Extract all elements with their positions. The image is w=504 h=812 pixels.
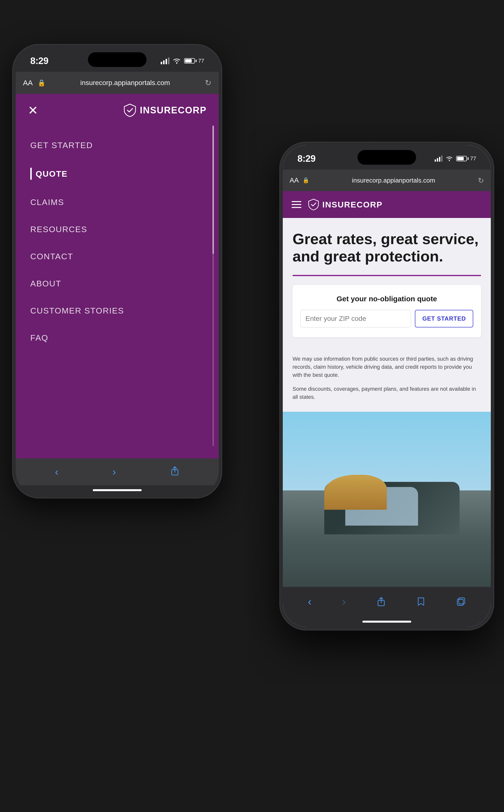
menu-item-get-started[interactable]: GET STARTED <box>30 132 204 159</box>
hero-divider <box>293 275 481 276</box>
disclaimer-text-2: Some discounts, coverages, payment plans… <box>293 385 481 401</box>
quote-input-row: GET STARTED <box>300 310 473 327</box>
phone-back: 8:29 <box>12 44 222 499</box>
svg-rect-6 <box>435 159 436 162</box>
menu-content: ✕ INSURECORP GET STARTED QUOTE <box>16 94 219 459</box>
hamburger-line-2 <box>292 204 301 205</box>
dynamic-island-front <box>357 150 416 165</box>
svg-rect-13 <box>459 598 465 604</box>
svg-rect-7 <box>437 158 438 161</box>
person-hair <box>324 475 387 510</box>
home-indicator-front <box>283 616 491 627</box>
signal-icon-front <box>435 155 442 162</box>
menu-items-list: GET STARTED QUOTE CLAIMS RESOURCES CONTA… <box>16 124 219 459</box>
svg-rect-2 <box>166 59 167 64</box>
svg-rect-8 <box>439 157 440 162</box>
browser-bar-front[interactable]: AA 🔒 insurecorp.appianportals.com ↻ <box>283 170 491 191</box>
lock-icon-back: 🔒 <box>38 79 45 87</box>
hero-section: Great rates, great service, and great pr… <box>283 218 491 347</box>
aa-label-back[interactable]: AA <box>23 79 33 87</box>
shield-icon-back <box>124 104 136 117</box>
aa-label-front[interactable]: AA <box>290 176 299 184</box>
zip-input[interactable] <box>300 310 411 327</box>
hamburger-line-3 <box>292 207 301 208</box>
car-image-section <box>283 412 491 587</box>
status-time-front: 8:29 <box>297 153 315 164</box>
site-brand-name: INSURECORP <box>322 200 383 209</box>
refresh-btn-back[interactable]: ↻ <box>205 78 211 87</box>
bottom-nav-back: ‹ › <box>16 459 219 485</box>
site-brand: INSURECORP <box>308 199 383 210</box>
status-time-back: 8:29 <box>30 56 48 66</box>
disclaimer-text-1: We may use information from public sourc… <box>293 355 481 379</box>
signal-icon-back <box>161 57 169 64</box>
forward-btn-front[interactable]: › <box>342 596 346 608</box>
menu-item-quote[interactable]: QUOTE <box>30 159 204 189</box>
menu-item-customer-stories[interactable]: CUSTOMER STORIES <box>30 297 204 324</box>
svg-point-4 <box>176 62 177 64</box>
get-started-button[interactable]: GET STARTED <box>415 310 473 327</box>
hamburger-menu-btn[interactable] <box>292 201 301 208</box>
hero-title: Great rates, great service, and great pr… <box>293 230 481 265</box>
scrollbar-thumb-back <box>212 126 214 254</box>
close-menu-btn[interactable]: ✕ <box>28 104 38 117</box>
bookmarks-icon-front[interactable] <box>416 597 426 606</box>
site-header: INSURECORP <box>283 191 491 218</box>
website-content: INSURECORP Great rates, great service, a… <box>283 191 491 587</box>
status-bar-back: 8:29 <box>16 47 219 72</box>
share-icon-front[interactable] <box>377 597 386 607</box>
wifi-icon-front <box>445 155 453 162</box>
tabs-icon-front[interactable] <box>456 597 466 606</box>
svg-point-10 <box>449 160 450 161</box>
battery-icon-back: 77 <box>184 58 204 64</box>
url-back[interactable]: insurecorp.appianportals.com <box>50 79 200 87</box>
svg-rect-12 <box>457 599 463 606</box>
bottom-nav-front: ‹ › <box>283 587 491 616</box>
scrollbar-track-back <box>212 126 214 446</box>
back-btn-front[interactable]: ‹ <box>308 596 312 608</box>
svg-rect-0 <box>161 62 162 64</box>
home-indicator-back <box>16 485 219 495</box>
hamburger-line-1 <box>292 201 301 202</box>
quote-label: Get your no-obligation quote <box>300 295 473 303</box>
home-pill-back <box>93 489 142 491</box>
browser-bar-back[interactable]: AA 🔒 insurecorp.appianportals.com ↻ <box>16 72 219 94</box>
phone-front: 8:29 77 <box>279 142 494 631</box>
battery-icon-front: 77 <box>456 155 476 162</box>
menu-item-claims[interactable]: CLAIMS <box>30 189 204 216</box>
menu-header: ✕ INSURECORP <box>16 94 219 124</box>
quote-box: Get your no-obligation quote GET STARTED <box>293 285 481 337</box>
menu-item-faq[interactable]: FAQ <box>30 324 204 351</box>
svg-rect-9 <box>441 156 442 162</box>
share-btn-back[interactable] <box>170 466 179 478</box>
shield-icon-front <box>308 199 319 210</box>
back-btn-back[interactable]: ‹ <box>55 467 58 478</box>
svg-rect-3 <box>168 57 169 64</box>
url-front[interactable]: insurecorp.appianportals.com <box>313 177 474 184</box>
share-icon-back <box>170 466 179 476</box>
brand-name-back: INSURECORP <box>140 105 207 116</box>
status-icons-back: 77 <box>161 57 204 64</box>
svg-rect-1 <box>163 60 165 64</box>
brand-logo-back: INSURECORP <box>124 104 207 117</box>
home-pill-front <box>362 621 411 623</box>
menu-item-about[interactable]: ABOUT <box>30 270 204 297</box>
menu-item-resources[interactable]: RESOURCES <box>30 216 204 243</box>
status-bar-front: 8:29 77 <box>283 145 491 170</box>
active-indicator <box>30 168 32 180</box>
wifi-icon-back <box>172 57 181 64</box>
forward-btn-back[interactable]: › <box>113 467 116 478</box>
lock-icon-front: 🔒 <box>303 177 309 183</box>
refresh-btn-front[interactable]: ↻ <box>478 176 484 185</box>
menu-item-contact[interactable]: CONTACT <box>30 243 204 270</box>
disclaimer-section: We may use information from public sourc… <box>283 347 491 412</box>
status-icons-front: 77 <box>435 155 476 162</box>
dynamic-island-back <box>88 52 147 67</box>
